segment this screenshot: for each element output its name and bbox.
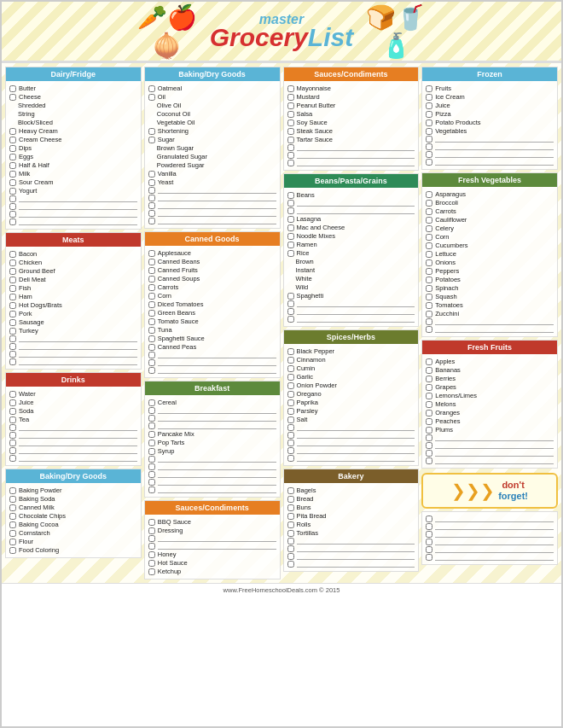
checkbox[interactable] xyxy=(426,111,432,118)
checkbox[interactable] xyxy=(148,195,155,201)
checkbox[interactable] xyxy=(287,521,294,528)
checkbox[interactable] xyxy=(9,455,16,462)
checkbox[interactable] xyxy=(287,233,294,240)
checkbox[interactable] xyxy=(426,85,432,92)
checkbox[interactable] xyxy=(426,376,432,382)
checkbox[interactable] xyxy=(287,408,294,415)
checkbox[interactable] xyxy=(287,399,294,406)
checkbox[interactable] xyxy=(148,327,155,334)
checkbox[interactable] xyxy=(287,111,294,118)
checkbox[interactable] xyxy=(148,85,155,92)
checkbox[interactable] xyxy=(287,504,294,511)
checkbox[interactable] xyxy=(9,447,16,454)
checkbox[interactable] xyxy=(148,179,155,186)
checkbox[interactable] xyxy=(148,456,155,463)
checkbox[interactable] xyxy=(426,217,432,224)
checkbox[interactable] xyxy=(426,200,432,207)
checkbox[interactable] xyxy=(9,302,16,309)
checkbox[interactable] xyxy=(148,415,155,422)
checkbox[interactable] xyxy=(9,351,16,358)
checkbox[interactable] xyxy=(426,523,432,530)
checkbox[interactable] xyxy=(9,343,16,350)
checkbox[interactable] xyxy=(148,310,155,317)
checkbox[interactable] xyxy=(148,284,155,291)
checkbox[interactable] xyxy=(9,171,16,178)
checkbox[interactable] xyxy=(426,418,432,425)
checkbox[interactable] xyxy=(9,145,16,152)
checkbox[interactable] xyxy=(287,496,294,503)
checkbox[interactable] xyxy=(148,448,155,455)
checkbox[interactable] xyxy=(287,102,294,109)
checkbox[interactable] xyxy=(287,391,294,398)
checkbox[interactable] xyxy=(426,410,432,416)
checkbox[interactable] xyxy=(287,224,294,231)
checkbox[interactable] xyxy=(9,203,16,210)
checkbox[interactable] xyxy=(426,119,432,126)
checkbox[interactable] xyxy=(9,311,16,317)
checkbox[interactable] xyxy=(9,218,16,225)
checkbox[interactable] xyxy=(9,211,16,218)
checkbox[interactable] xyxy=(287,316,294,323)
checkbox[interactable] xyxy=(426,457,432,464)
checkbox[interactable] xyxy=(426,554,432,561)
checkbox[interactable] xyxy=(426,302,432,309)
checkbox[interactable] xyxy=(426,143,432,150)
checkbox[interactable] xyxy=(148,276,155,282)
checkbox[interactable] xyxy=(9,285,16,292)
checkbox[interactable] xyxy=(287,94,294,101)
checkbox[interactable] xyxy=(9,179,16,186)
checkbox[interactable] xyxy=(9,440,16,446)
checkbox[interactable] xyxy=(9,128,16,135)
checkbox[interactable] xyxy=(148,568,155,575)
checkbox[interactable] xyxy=(148,335,155,342)
checkbox[interactable] xyxy=(9,399,16,406)
checkbox[interactable] xyxy=(9,547,16,554)
checkbox[interactable] xyxy=(426,268,432,275)
checkbox[interactable] xyxy=(148,359,155,366)
checkbox[interactable] xyxy=(148,187,155,194)
checkbox[interactable] xyxy=(426,427,432,434)
checkbox[interactable] xyxy=(287,119,294,126)
checkbox[interactable] xyxy=(287,293,294,300)
checkbox[interactable] xyxy=(9,335,16,342)
checkbox[interactable] xyxy=(426,128,432,135)
checkbox[interactable] xyxy=(426,225,432,232)
checkbox[interactable] xyxy=(9,432,16,439)
checkbox[interactable] xyxy=(9,391,16,398)
checkbox[interactable] xyxy=(426,242,432,249)
checkbox[interactable] xyxy=(148,431,155,438)
checkbox[interactable] xyxy=(426,151,432,158)
checkbox[interactable] xyxy=(426,311,432,317)
checkbox[interactable] xyxy=(426,326,432,333)
checkbox[interactable] xyxy=(426,102,432,109)
checkbox[interactable] xyxy=(287,357,294,364)
checkbox[interactable] xyxy=(287,530,294,537)
checkbox[interactable] xyxy=(426,367,432,374)
checkbox[interactable] xyxy=(426,94,432,101)
checkbox[interactable] xyxy=(148,293,155,300)
checkbox[interactable] xyxy=(148,259,155,265)
checkbox[interactable] xyxy=(287,250,294,257)
checkbox[interactable] xyxy=(9,416,16,423)
checkbox[interactable] xyxy=(148,479,155,486)
checkbox[interactable] xyxy=(148,486,155,493)
checkbox[interactable] xyxy=(287,538,294,545)
checkbox[interactable] xyxy=(148,399,155,406)
checkbox[interactable] xyxy=(426,159,432,166)
checkbox[interactable] xyxy=(287,300,294,307)
checkbox[interactable] xyxy=(9,94,16,101)
checkbox[interactable] xyxy=(426,434,432,441)
checkbox[interactable] xyxy=(426,531,432,538)
checkbox[interactable] xyxy=(9,496,16,503)
checkbox[interactable] xyxy=(9,188,16,195)
checkbox[interactable] xyxy=(287,561,294,568)
checkbox[interactable] xyxy=(426,208,432,215)
checkbox[interactable] xyxy=(9,319,16,326)
checkbox[interactable] xyxy=(287,242,294,248)
checkbox[interactable] xyxy=(148,352,155,358)
checkbox[interactable] xyxy=(426,442,432,449)
checkbox[interactable] xyxy=(287,192,294,199)
checkbox[interactable] xyxy=(287,216,294,223)
checkbox[interactable] xyxy=(426,234,432,241)
checkbox[interactable] xyxy=(9,487,16,494)
